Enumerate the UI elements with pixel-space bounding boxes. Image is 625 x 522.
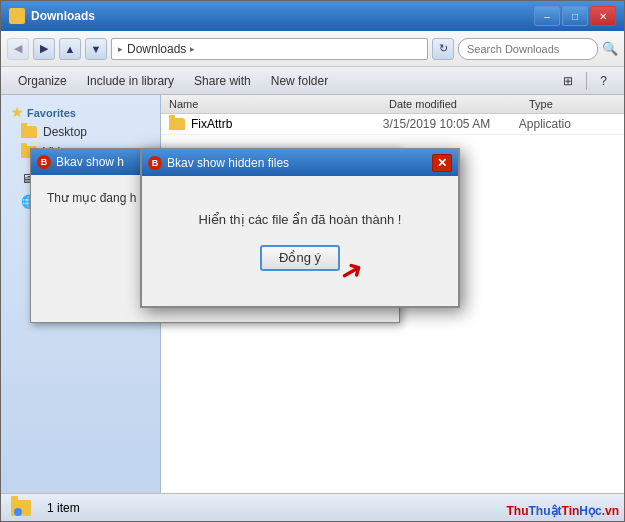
modal-dialog: B Bkav show hidden files ✕ Hiển thị các … bbox=[140, 148, 460, 308]
bkav-outer-title: Bkav show h bbox=[56, 155, 124, 169]
modal-close-button[interactable]: ✕ bbox=[432, 154, 452, 172]
modal-titlebar: B Bkav show hidden files ✕ bbox=[142, 150, 458, 176]
watermark-tin: Tin bbox=[562, 504, 580, 518]
watermark: ThuThuậtTinHọc.vn bbox=[507, 504, 619, 518]
bkav-progress-label: Thư mục đang h bbox=[47, 191, 136, 205]
watermark-thu: Thu bbox=[507, 504, 529, 518]
dialog-backdrop: B Bkav show h ✕ Thư mục đang h Thoát B B… bbox=[0, 0, 625, 522]
modal-icon: B bbox=[148, 156, 162, 170]
watermark-vn: .vn bbox=[602, 504, 619, 518]
modal-title: Bkav show hidden files bbox=[167, 156, 289, 170]
modal-message: Hiển thị các file ẩn đã hoàn thành ! bbox=[199, 212, 402, 227]
watermark-hoc: Học bbox=[579, 504, 601, 518]
modal-body: Hiển thị các file ẩn đã hoàn thành ! Đồn… bbox=[142, 176, 458, 306]
bkav-outer-icon: B bbox=[37, 155, 51, 169]
ok-button[interactable]: Đồng ý bbox=[260, 245, 340, 271]
watermark-thuat: Thuật bbox=[529, 504, 562, 518]
bkav-outer-title-left: B Bkav show h bbox=[37, 155, 124, 169]
modal-title-left: B Bkav show hidden files bbox=[148, 156, 289, 170]
